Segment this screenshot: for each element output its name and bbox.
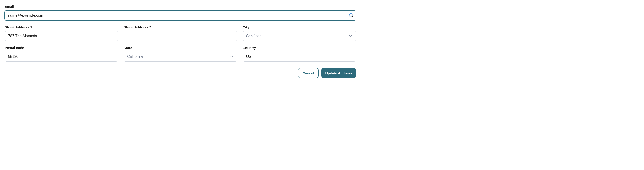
street2-group: Street Address 2 [124, 25, 237, 41]
form-actions: Cancel Update Address [5, 68, 356, 78]
svg-rect-3 [352, 16, 353, 17]
street1-field[interactable] [5, 31, 118, 41]
cancel-button[interactable]: Cancel [298, 68, 318, 78]
city-value: San Jose [246, 34, 348, 38]
state-select[interactable]: California [124, 52, 237, 62]
street2-field[interactable] [124, 31, 237, 41]
city-group: City San Jose [243, 25, 356, 41]
email-input-wrapper [5, 10, 356, 20]
street1-label: Street Address 1 [5, 25, 118, 29]
state-value: California [127, 55, 229, 59]
city-label: City [243, 25, 356, 29]
password-manager-icon[interactable] [349, 13, 354, 18]
email-label: Email [5, 5, 356, 8]
address-form: Email Street Address 1 Str [5, 5, 356, 78]
state-group: State California [124, 46, 237, 62]
city-select[interactable]: San Jose [243, 31, 356, 41]
postal-label: Postal code [5, 46, 118, 50]
country-label: Country [243, 46, 356, 50]
chevron-down-icon [348, 34, 352, 38]
street1-group: Street Address 1 [5, 25, 118, 41]
postal-field[interactable] [5, 52, 118, 62]
email-group: Email [5, 5, 356, 20]
postal-group: Postal code [5, 46, 118, 62]
chevron-down-icon [230, 55, 234, 59]
street2-label: Street Address 2 [124, 25, 237, 29]
country-field[interactable] [243, 52, 356, 62]
state-label: State [124, 46, 237, 50]
email-field[interactable] [5, 10, 356, 20]
country-group: Country [243, 46, 356, 62]
update-address-button[interactable]: Update Address [321, 68, 356, 78]
